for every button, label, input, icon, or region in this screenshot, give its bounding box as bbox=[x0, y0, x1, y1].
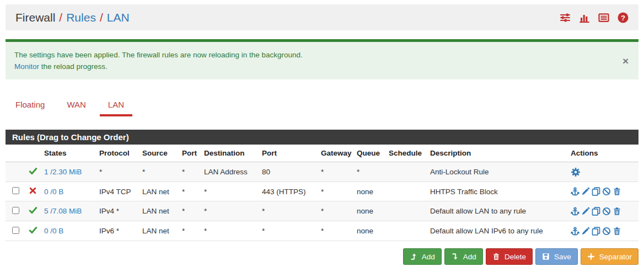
check-icon bbox=[29, 206, 37, 215]
gateway-cell: * bbox=[319, 162, 355, 182]
delete-button[interactable]: Delete bbox=[486, 248, 533, 265]
tab-floating[interactable]: Floating bbox=[15, 100, 45, 116]
save-button[interactable]: Save bbox=[535, 248, 578, 265]
separator-button-label: Separator bbox=[599, 253, 632, 261]
source-cell: LAN net bbox=[140, 221, 180, 241]
pencil-icon bbox=[581, 207, 590, 216]
table-row: 0 /0 BIPv4 TCPLAN net**443 (HTTPS)*noneH… bbox=[6, 182, 638, 201]
trash-icon bbox=[613, 207, 621, 216]
queue-cell: none bbox=[355, 201, 387, 221]
queue-cell: none bbox=[355, 221, 387, 241]
action-pencil-icon[interactable] bbox=[581, 227, 590, 236]
source-port-cell: * bbox=[180, 182, 202, 201]
anchor-icon bbox=[571, 187, 579, 196]
pass-icon[interactable] bbox=[29, 226, 37, 234]
description-cell: HHTPS Traffic Block bbox=[428, 182, 568, 201]
alert-line2: the reload progress. bbox=[39, 62, 108, 71]
gateway-cell: * bbox=[319, 201, 355, 221]
ban-icon bbox=[602, 187, 611, 196]
anchor-icon bbox=[571, 227, 579, 236]
action-anchor-icon[interactable] bbox=[571, 227, 579, 236]
schedule-cell bbox=[387, 162, 428, 182]
description-cell: Default allow LAN IPv6 to any rule bbox=[428, 221, 568, 241]
states-cell: 0 /0 B bbox=[42, 182, 97, 201]
level-up-icon bbox=[410, 253, 417, 260]
queue-cell: * bbox=[355, 162, 387, 182]
description-cell: Anti-Lockout Rule bbox=[428, 162, 568, 182]
ban-icon bbox=[602, 227, 611, 236]
trash-icon bbox=[613, 187, 621, 196]
panel-title: Rules (Drag to Change Order) bbox=[6, 130, 638, 145]
tab-lan[interactable]: LAN bbox=[100, 100, 132, 116]
column-header-actions-12: Actions bbox=[568, 145, 638, 162]
gateway-cell: * bbox=[319, 221, 355, 241]
filter-sliders-icon[interactable] bbox=[560, 12, 571, 23]
interface-tabs: FloatingWANLAN bbox=[15, 100, 644, 116]
rule-select-checkbox[interactable] bbox=[12, 207, 19, 214]
pass-icon[interactable] bbox=[29, 167, 37, 175]
states-link[interactable]: 5 /7.08 MiB bbox=[44, 207, 82, 215]
block-icon[interactable] bbox=[29, 186, 37, 195]
rule-status-cell bbox=[24, 221, 42, 241]
action-gear-icon[interactable] bbox=[571, 167, 581, 177]
check-icon bbox=[29, 167, 37, 175]
states-cell: 1 /2.30 MiB bbox=[42, 162, 97, 182]
trash-icon bbox=[613, 227, 621, 236]
action-copy-icon[interactable] bbox=[592, 187, 600, 196]
tab-wan[interactable]: WAN bbox=[67, 100, 85, 116]
rule-select-checkbox[interactable] bbox=[12, 227, 19, 234]
source-port-cell: * bbox=[180, 201, 202, 221]
actions-cell bbox=[568, 182, 638, 201]
separator-button[interactable]: Separator bbox=[581, 248, 638, 265]
bar-chart-icon[interactable] bbox=[579, 12, 590, 23]
help-icon[interactable]: ? bbox=[618, 12, 629, 23]
states-link[interactable]: 0 /0 B bbox=[44, 227, 63, 235]
column-header-schedule-10: Schedule bbox=[387, 145, 428, 162]
rule-select-checkbox[interactable] bbox=[12, 187, 19, 194]
header-action-icons: ? bbox=[560, 12, 629, 23]
states-link[interactable]: 1 /2.30 MiB bbox=[44, 168, 82, 176]
protocol-cell: * bbox=[97, 162, 140, 182]
breadcrumb-rules[interactable]: Rules bbox=[66, 11, 96, 24]
column-header-spacer-1 bbox=[24, 145, 42, 162]
rule-select-cell bbox=[6, 182, 24, 201]
help-icon: ? bbox=[618, 12, 629, 23]
action-ban-icon[interactable] bbox=[602, 207, 611, 216]
plus-icon bbox=[587, 253, 595, 260]
monitor-link[interactable]: Monitor bbox=[14, 62, 39, 71]
rule-select-cell bbox=[6, 221, 24, 241]
action-copy-icon[interactable] bbox=[592, 227, 600, 236]
action-ban-icon[interactable] bbox=[602, 187, 611, 196]
column-header-port-5: Port bbox=[180, 145, 202, 162]
add-rule-top-button[interactable]: Add bbox=[403, 248, 442, 265]
pencil-icon bbox=[581, 187, 590, 196]
states-link[interactable]: 0 /0 B bbox=[44, 188, 63, 196]
action-trash-icon[interactable] bbox=[613, 187, 621, 196]
destination-cell: * bbox=[202, 201, 260, 221]
action-pencil-icon[interactable] bbox=[581, 207, 590, 216]
pass-icon[interactable] bbox=[29, 206, 37, 215]
action-trash-icon[interactable] bbox=[613, 227, 621, 236]
add-rule-top-button-label: Add bbox=[422, 253, 435, 261]
column-header-gateway-8: Gateway bbox=[319, 145, 355, 162]
close-icon[interactable]: × bbox=[622, 56, 629, 66]
action-copy-icon[interactable] bbox=[592, 207, 600, 216]
states-cell: 5 /7.08 MiB bbox=[42, 201, 97, 221]
action-ban-icon[interactable] bbox=[602, 227, 611, 236]
action-anchor-icon[interactable] bbox=[571, 187, 579, 196]
source-port-cell: * bbox=[180, 162, 202, 182]
action-pencil-icon[interactable] bbox=[581, 187, 590, 196]
alert-line1: The settings have been applied. The fire… bbox=[14, 51, 303, 59]
column-header-states-2: States bbox=[42, 145, 97, 162]
filter-sliders-icon bbox=[560, 12, 571, 23]
bar-chart-icon bbox=[579, 12, 590, 23]
add-rule-bottom-button[interactable]: Add bbox=[444, 248, 483, 265]
svg-text:?: ? bbox=[621, 13, 625, 22]
table-row: 5 /7.08 MiBIPv4 *LAN net****noneDefault … bbox=[6, 201, 638, 221]
source-port-cell: * bbox=[180, 221, 202, 241]
action-anchor-icon[interactable] bbox=[571, 207, 579, 216]
breadcrumb-lan[interactable]: LAN bbox=[107, 11, 130, 24]
log-summary-icon[interactable] bbox=[598, 12, 609, 23]
action-trash-icon[interactable] bbox=[613, 207, 621, 216]
column-header-spacer-0 bbox=[6, 145, 24, 162]
